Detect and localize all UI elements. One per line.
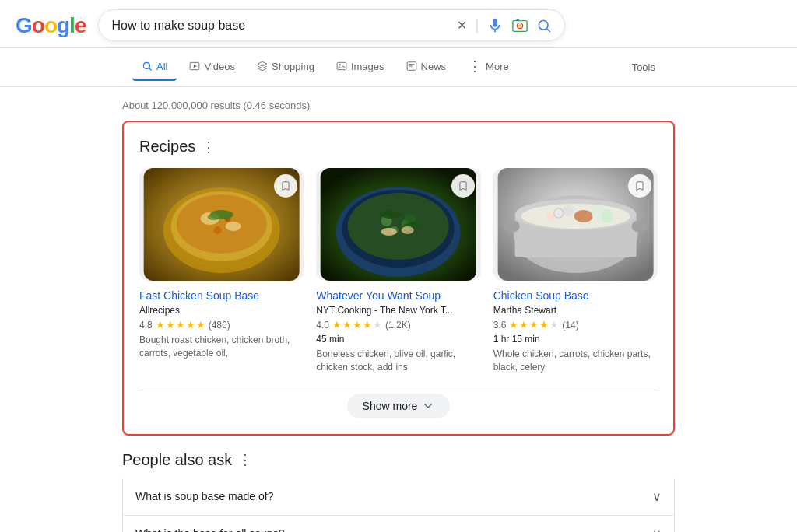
svg-point-2: [519, 24, 522, 27]
recipe-card-3[interactable]: Chicken Soup Base Martha Stewart 3.6 ★ ★…: [493, 168, 658, 374]
rating-num-3: 3.6: [493, 320, 507, 331]
recipe-rating-2: 4.0 ★ ★ ★ ★ ★ (1.2K): [316, 319, 480, 331]
divider: |: [475, 16, 479, 34]
tools-label: Tools: [632, 61, 655, 73]
stars-1: ★ ★ ★ ★ ★: [156, 319, 205, 331]
nav-images-label: Images: [351, 61, 384, 72]
recipe-card-1[interactable]: Fast Chicken Soup Base Allrecipes 4.8 ★ …: [139, 168, 304, 374]
google-logo: Google: [16, 13, 86, 38]
recipe-name-1: Fast Chicken Soup Base: [139, 289, 304, 303]
chevron-down-icon: [422, 400, 434, 412]
recipe-name-2: Whatever You Want Soup: [316, 289, 480, 303]
nav-more-label: More: [486, 61, 509, 72]
show-more-container: Show more: [139, 387, 658, 418]
paa-item-2[interactable]: What is the base for all soups? ∨: [122, 516, 675, 532]
result-stats: About 120,000,000 results (0.46 seconds): [122, 93, 675, 121]
svg-marker-9: [194, 65, 197, 68]
recipe-ingredients-2: Boneless chicken, olive oil, garlic, chi…: [316, 348, 480, 374]
paa-title: People also ask: [122, 451, 232, 469]
mic-icon[interactable]: [486, 17, 504, 34]
recipe-image-2: [316, 168, 480, 281]
recipe-image-1: [139, 168, 304, 281]
recipes-card: Recipes ⋮: [122, 121, 675, 436]
stars-3: ★ ★ ★ ★★ ★: [509, 319, 559, 331]
all-icon: [142, 61, 153, 72]
paa-dots[interactable]: ⋮: [238, 451, 252, 468]
nav-item-shopping[interactable]: Shopping: [248, 54, 324, 81]
recipe-card-2[interactable]: Whatever You Want Soup NYT Cooking - The…: [316, 168, 480, 374]
more-dots-icon: ⋮: [468, 58, 482, 75]
recipes-more-dots[interactable]: ⋮: [202, 138, 216, 156]
chevron-icon-2: ∨: [652, 527, 662, 532]
camera-icon[interactable]: [511, 17, 528, 34]
svg-point-29: [348, 193, 449, 260]
bookmark-icon-1: [280, 180, 291, 191]
paa-item-1[interactable]: What is soup base made of? ∨: [122, 478, 675, 516]
recipe-cards-row: Fast Chicken Soup Base Allrecipes 4.8 ★ …: [139, 168, 658, 374]
recipe-time-3: 1 hr 15 min: [493, 334, 658, 345]
svg-line-5: [547, 28, 550, 31]
rating-num-2: 4.0: [316, 320, 329, 331]
nav-news-label: News: [421, 61, 447, 72]
nav-item-news[interactable]: News: [397, 54, 456, 81]
svg-point-45: [574, 210, 592, 222]
search-icons: ✕ |: [457, 16, 552, 34]
svg-rect-3: [517, 19, 520, 20]
svg-point-21: [226, 222, 241, 231]
news-icon: [406, 61, 417, 72]
recipe-name-3: Chicken Soup Base: [493, 289, 658, 303]
search-input[interactable]: [111, 19, 449, 33]
recipe-ingredients-1: Bought roast chicken, chicken broth, car…: [139, 334, 304, 360]
recipes-header: Recipes ⋮: [139, 138, 658, 156]
nav-item-more[interactable]: ⋮ More: [458, 51, 518, 83]
videos-icon: [189, 61, 200, 72]
search-bar: ✕ |: [98, 9, 565, 41]
show-more-label: Show more: [363, 400, 418, 412]
people-also-ask: People also ask ⋮ What is soup base made…: [122, 451, 675, 532]
nav-item-images[interactable]: Images: [327, 54, 394, 81]
nav-tools[interactable]: Tools: [623, 55, 665, 79]
nav-all-label: All: [156, 61, 167, 72]
svg-point-33: [404, 215, 416, 222]
rating-num-1: 4.8: [139, 320, 153, 331]
svg-line-7: [149, 68, 152, 71]
results-area: About 120,000,000 results (0.46 seconds)…: [107, 87, 690, 532]
svg-point-22: [214, 226, 222, 234]
search-icon[interactable]: [536, 18, 552, 33]
review-count-3: (14): [562, 320, 578, 331]
recipe-source-1: Allrecipes: [139, 305, 304, 316]
bookmark-icon-3: [634, 180, 645, 191]
stars-2: ★ ★ ★ ★ ★: [332, 319, 382, 331]
svg-point-11: [339, 64, 340, 65]
chevron-icon-1: ∨: [652, 489, 662, 504]
svg-point-44: [562, 205, 573, 216]
svg-rect-41: [631, 221, 647, 232]
nav-videos-label: Videos: [204, 61, 235, 72]
bookmark-btn-2[interactable]: [451, 174, 475, 198]
svg-point-50: [556, 211, 560, 215]
svg-point-25: [208, 214, 220, 220]
recipe-source-3: Martha Stewart: [493, 305, 658, 316]
show-more-button[interactable]: Show more: [347, 394, 451, 418]
nav-item-videos[interactable]: Videos: [180, 54, 244, 81]
recipe-source-2: NYT Cooking - The New York T...: [316, 305, 480, 316]
svg-point-47: [601, 209, 612, 223]
review-count-2: (1.2K): [385, 320, 411, 331]
svg-rect-10: [337, 62, 346, 69]
recipe-time-2: 45 min: [316, 334, 480, 345]
review-count-1: (486): [209, 320, 230, 331]
recipes-title: Recipes: [139, 138, 195, 156]
nav-shopping-label: Shopping: [272, 61, 314, 72]
svg-point-19: [177, 194, 267, 254]
svg-point-34: [381, 228, 397, 236]
clear-icon[interactable]: ✕: [457, 18, 467, 33]
paa-question-2: What is the base for all soups?: [135, 527, 284, 532]
bookmark-btn-3[interactable]: [628, 174, 651, 198]
images-icon: [336, 61, 347, 72]
paa-question-1: What is soup base made of?: [135, 490, 273, 502]
recipe-rating-1: 4.8 ★ ★ ★ ★ ★ (486): [139, 319, 304, 331]
recipe-image-3: [493, 168, 658, 281]
svg-point-35: [402, 226, 414, 234]
header: Google ✕ |: [0, 0, 797, 48]
nav-item-all[interactable]: All: [132, 54, 177, 81]
